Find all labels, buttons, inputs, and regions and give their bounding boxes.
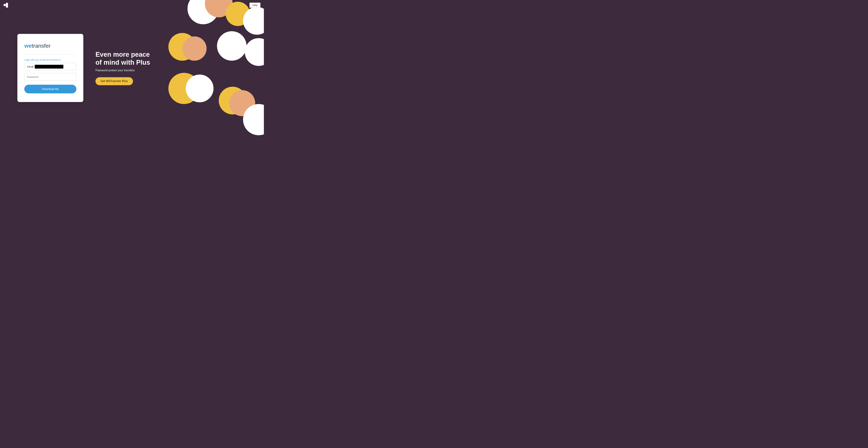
download-file-button[interactable]: Download file — [24, 85, 76, 94]
brand-logo: wetransfer — [24, 43, 76, 49]
password-input[interactable] — [24, 73, 76, 81]
circle-7 — [217, 31, 247, 61]
circle-12 — [229, 90, 255, 116]
wetransfer-logo-icon — [3, 3, 10, 8]
get-plus-button[interactable]: Get WeTransfer Plus — [95, 77, 133, 85]
circle-10 — [186, 74, 214, 102]
circle-9 — [168, 73, 199, 104]
promo-section: Even more peace of mind with Plus Passwo… — [95, 50, 150, 85]
brand-logo-text: wetransfer — [24, 43, 51, 49]
decorative-circles — [142, 0, 264, 136]
email-redacted-overlay — [35, 65, 63, 68]
login-card: wetransfer Login with your Email and Pas… — [18, 34, 83, 102]
promo-tagline: Even more peace of mind with Plus — [95, 50, 150, 66]
header-logo — [3, 3, 10, 8]
brand-logo-transfer: transfer — [32, 43, 51, 49]
promo-tagline-line1: Even more peace — [95, 51, 150, 58]
help-button[interactable]: Help — [249, 3, 260, 8]
email-input-wrapper — [24, 63, 76, 70]
circle-11 — [219, 87, 247, 114]
svg-rect-1 — [6, 3, 8, 8]
circle-4 — [243, 7, 264, 35]
circle-13 — [243, 104, 264, 135]
header: Help — [0, 0, 264, 10]
circle-8 — [245, 38, 264, 66]
promo-sub-tagline: Password protect your transfers — [95, 69, 150, 72]
promo-tagline-line2: of mind with Plus — [95, 59, 150, 66]
svg-rect-0 — [3, 4, 6, 6]
brand-logo-we: we — [24, 43, 32, 49]
circle-6 — [182, 36, 207, 61]
login-label: Login with your Email and Password — [24, 59, 76, 61]
circle-5 — [168, 33, 196, 61]
card-divider — [24, 54, 76, 55]
